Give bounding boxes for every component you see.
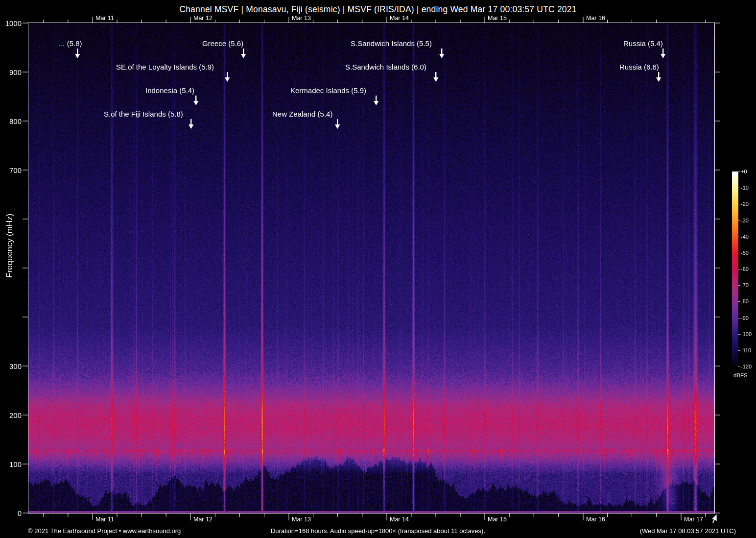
earthquake-label: SE.of the Loyalty Islands (5.9) (116, 63, 214, 71)
bottom-axis-tick-label: Mar 16 (586, 516, 605, 523)
left-axis-tick-label: 700 (9, 166, 22, 174)
colorbar-unit-label: dBFS (733, 372, 748, 378)
bottom-axis-tick-label: Mar 13 (292, 516, 311, 523)
footer-timestamp: (Wed Mar 17 08:03:57 2021 UTC) (640, 527, 736, 535)
colorbar-tick-label: -90 (741, 315, 749, 321)
colorbar-tick-label: -110 (741, 347, 751, 353)
earthquake-label: S.of the Fiji Islands (5.8) (104, 110, 183, 118)
colorbar (732, 171, 738, 367)
down-arrow-icon (432, 72, 440, 82)
left-axis-tick-label: 900 (9, 68, 22, 76)
spectrogram-app: Channel MSVF | Monasavu, Fiji (seismic) … (0, 0, 756, 538)
earthquake-label: ... (5.8) (59, 39, 82, 48)
left-axis-tick-label: 800 (9, 117, 22, 125)
bottom-axis-tick-label: Mar 12 (193, 516, 213, 523)
earthquake-label: S.Sandwich Islands (5.5) (351, 39, 432, 48)
top-axis-tick-label: Mar 16 (586, 15, 605, 22)
left-axis-tick-label: 200 (9, 411, 22, 419)
down-arrow-icon (655, 72, 662, 82)
footer-duration: Duration=168 hours. Audio speed-up=1800×… (271, 527, 485, 535)
down-arrow-icon (187, 119, 195, 129)
down-arrow-icon (223, 72, 231, 82)
down-arrow-icon (372, 96, 380, 106)
mouse-cursor (710, 514, 720, 524)
colorbar-tick (738, 253, 740, 253)
top-axis-tick-label: Mar 13 (292, 15, 311, 22)
colorbar-tick (738, 171, 740, 172)
colorbar-tick-label: -100 (741, 331, 752, 337)
down-arrow-icon (659, 49, 667, 59)
colorbar-tick-label: +0 (741, 169, 747, 174)
colorbar-tick (738, 269, 740, 269)
top-axis-tick-label: Mar 11 (95, 15, 114, 22)
earthquake-label: S.Sandwich Islands (6.0) (345, 63, 426, 71)
colorbar-tick-label: -80 (741, 298, 749, 304)
bottom-axis-tick-label: Mar 15 (488, 516, 507, 523)
down-arrow-icon (192, 96, 200, 106)
down-arrow-icon (333, 119, 341, 129)
footer-copyright: © 2021 The Earthsound Project • www.eart… (28, 527, 181, 535)
colorbar-tick (738, 237, 740, 237)
left-axis-tick-label: 100 (9, 460, 22, 468)
bottom-axis-tick-label: Mar 17 (684, 516, 703, 523)
colorbar-tick-label: -20 (741, 201, 749, 207)
colorbar-tick-label: -50 (741, 250, 749, 256)
left-axis-tick-label: 0 (18, 509, 22, 517)
earthquake-label: Russia (6.6) (619, 63, 659, 71)
colorbar-tick (738, 301, 740, 302)
top-axis-tick-label: Mar 14 (390, 15, 409, 22)
earthquake-label: Indonesia (5.4) (145, 86, 194, 95)
colorbar-tick (738, 334, 740, 335)
top-axis-tick-label: Mar 12 (193, 15, 213, 22)
axes-and-ticks (0, 0, 756, 538)
colorbar-tick (738, 285, 740, 286)
colorbar-tick-label: -60 (741, 266, 749, 272)
colorbar-tick (738, 188, 740, 188)
colorbar-tick (738, 204, 740, 204)
colorbar-tick-label: -30 (741, 218, 749, 223)
left-axis-tick-label: 1000 (5, 19, 22, 27)
left-axis-tick-label: 300 (9, 362, 22, 370)
down-arrow-icon (438, 49, 446, 59)
top-axis-tick-label: Mar 15 (488, 15, 507, 22)
plot-border (28, 23, 715, 514)
colorbar-tick-label: -40 (741, 234, 749, 240)
bottom-axis-tick-label: Mar 14 (390, 516, 409, 523)
earthquake-label: New Zealand (5.4) (272, 110, 332, 118)
down-arrow-icon (73, 49, 81, 59)
colorbar-tick-label: -10 (741, 185, 749, 191)
colorbar-tick-label: -70 (741, 282, 749, 288)
down-arrow-icon (239, 49, 247, 59)
y-axis-title: Frequency (mHz) (5, 214, 15, 278)
colorbar-tick-label: -120 (741, 364, 752, 369)
colorbar-tick (738, 318, 740, 318)
earthquake-label: Kermadec Islands (5.9) (290, 86, 366, 95)
bottom-axis-tick-label: Mar 11 (95, 516, 114, 523)
earthquake-label: Greece (5.6) (202, 39, 243, 48)
colorbar-tick (738, 350, 740, 351)
earthquake-label: Russia (5.4) (623, 39, 663, 48)
colorbar-tick (738, 367, 740, 367)
colorbar-tick (738, 220, 740, 221)
